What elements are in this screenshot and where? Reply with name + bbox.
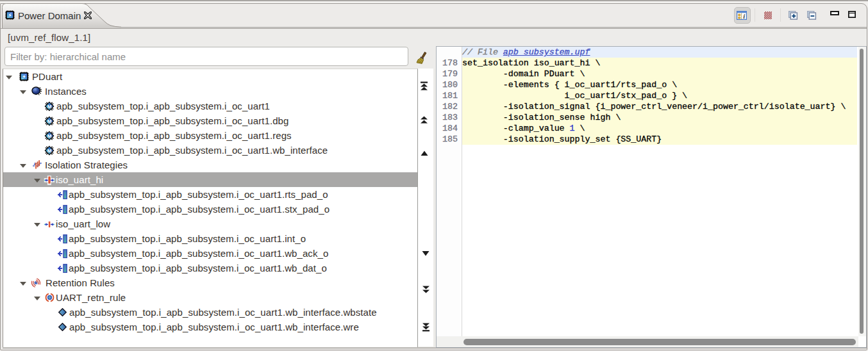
svg-text:M: M <box>47 148 52 154</box>
svg-text:M: M <box>47 133 52 139</box>
svg-text:M: M <box>47 104 52 110</box>
svg-text:i: i <box>743 13 745 20</box>
svg-text:M: M <box>47 118 52 124</box>
